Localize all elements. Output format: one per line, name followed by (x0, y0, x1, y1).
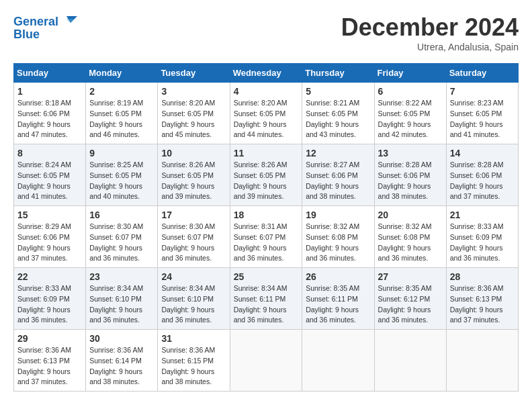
calendar-cell: 25 Sunrise: 8:34 AMSunset: 6:11 PMDaylig… (230, 268, 302, 330)
day-info: Sunrise: 8:26 AMSunset: 6:05 PMDaylight:… (234, 160, 299, 202)
logo-text: General (13, 15, 58, 29)
day-number: 9 (89, 148, 154, 158)
day-number: 8 (17, 148, 82, 158)
day-info: Sunrise: 8:28 AMSunset: 6:06 PMDaylight:… (378, 160, 443, 202)
calendar-cell: 30 Sunrise: 8:36 AMSunset: 6:14 PMDaylig… (86, 330, 158, 392)
day-info: Sunrise: 8:34 AMSunset: 6:10 PMDaylight:… (161, 283, 226, 326)
day-info: Sunrise: 8:25 AMSunset: 6:05 PMDaylight:… (89, 160, 154, 202)
weekday-header-wednesday: Wednesday (230, 64, 302, 83)
day-info: Sunrise: 8:23 AMSunset: 6:05 PMDaylight:… (450, 98, 515, 140)
page-header: General Blue December 2024 Utrera, Andal… (13, 13, 519, 52)
day-info: Sunrise: 8:31 AMSunset: 6:07 PMDaylight:… (234, 222, 299, 264)
calendar-cell: 10 Sunrise: 8:26 AMSunset: 6:05 PMDaylig… (158, 144, 230, 206)
calendar-cell: 3 Sunrise: 8:20 AMSunset: 6:05 PMDayligh… (158, 83, 230, 144)
weekday-header-sunday: Sunday (14, 64, 86, 83)
day-number: 17 (161, 210, 226, 220)
day-number: 18 (234, 210, 299, 220)
day-number: 30 (89, 333, 154, 344)
day-number: 23 (89, 271, 154, 282)
calendar-cell: 11 Sunrise: 8:26 AMSunset: 6:05 PMDaylig… (230, 144, 302, 206)
day-number: 11 (234, 148, 299, 158)
day-info: Sunrise: 8:33 AMSunset: 6:09 PMDaylight:… (17, 283, 82, 326)
day-number: 4 (234, 86, 299, 97)
calendar-cell: 4 Sunrise: 8:20 AMSunset: 6:05 PMDayligh… (230, 83, 302, 144)
calendar-cell: 1 Sunrise: 8:18 AMSunset: 6:06 PMDayligh… (14, 83, 86, 144)
day-number: 21 (450, 210, 515, 220)
day-info: Sunrise: 8:20 AMSunset: 6:05 PMDaylight:… (234, 98, 299, 140)
calendar-cell: 19 Sunrise: 8:32 AMSunset: 6:08 PMDaylig… (302, 206, 374, 268)
day-info: Sunrise: 8:20 AMSunset: 6:05 PMDaylight:… (161, 98, 226, 140)
calendar-cell (446, 330, 518, 392)
day-info: Sunrise: 8:34 AMSunset: 6:11 PMDaylight:… (234, 283, 299, 326)
weekday-header-thursday: Thursday (302, 64, 374, 83)
day-info: Sunrise: 8:33 AMSunset: 6:09 PMDaylight:… (450, 222, 515, 264)
day-number: 24 (161, 271, 226, 282)
calendar-cell: 5 Sunrise: 8:21 AMSunset: 6:05 PMDayligh… (302, 83, 374, 144)
day-info: Sunrise: 8:18 AMSunset: 6:06 PMDaylight:… (17, 98, 82, 140)
calendar-cell: 7 Sunrise: 8:23 AMSunset: 6:05 PMDayligh… (446, 83, 518, 144)
day-info: Sunrise: 8:24 AMSunset: 6:05 PMDaylight:… (17, 160, 82, 202)
day-info: Sunrise: 8:29 AMSunset: 6:06 PMDaylight:… (17, 222, 82, 264)
calendar-cell: 16 Sunrise: 8:30 AMSunset: 6:07 PMDaylig… (86, 206, 158, 268)
logo-icon (60, 13, 77, 31)
day-number: 6 (378, 86, 443, 97)
day-info: Sunrise: 8:36 AMSunset: 6:13 PMDaylight:… (450, 283, 515, 326)
calendar-cell: 12 Sunrise: 8:27 AMSunset: 6:06 PMDaylig… (302, 144, 374, 206)
day-number: 13 (378, 148, 443, 158)
day-info: Sunrise: 8:32 AMSunset: 6:08 PMDaylight:… (378, 222, 443, 264)
logo: General Blue (13, 13, 77, 42)
calendar-cell (302, 330, 374, 392)
day-info: Sunrise: 8:36 AMSunset: 6:13 PMDaylight:… (17, 345, 82, 387)
day-info: Sunrise: 8:36 AMSunset: 6:14 PMDaylight:… (89, 345, 154, 387)
calendar-cell: 2 Sunrise: 8:19 AMSunset: 6:05 PMDayligh… (86, 83, 158, 144)
calendar-cell: 15 Sunrise: 8:29 AMSunset: 6:06 PMDaylig… (14, 206, 86, 268)
weekday-header-monday: Monday (86, 64, 158, 83)
calendar-cell: 8 Sunrise: 8:24 AMSunset: 6:05 PMDayligh… (14, 144, 86, 206)
day-number: 15 (17, 210, 82, 220)
calendar-cell: 29 Sunrise: 8:36 AMSunset: 6:13 PMDaylig… (14, 330, 86, 392)
day-number: 27 (378, 271, 443, 282)
day-number: 22 (17, 271, 82, 282)
calendar-table: SundayMondayTuesdayWednesdayThursdayFrid… (13, 63, 519, 392)
day-info: Sunrise: 8:35 AMSunset: 6:12 PMDaylight:… (378, 283, 443, 326)
day-number: 25 (234, 271, 299, 282)
calendar-cell: 20 Sunrise: 8:32 AMSunset: 6:08 PMDaylig… (374, 206, 446, 268)
day-info: Sunrise: 8:35 AMSunset: 6:11 PMDaylight:… (306, 283, 370, 326)
calendar-cell (374, 330, 446, 392)
calendar-cell: 31 Sunrise: 8:36 AMSunset: 6:15 PMDaylig… (158, 330, 230, 392)
calendar-cell (230, 330, 302, 392)
weekday-header-saturday: Saturday (446, 64, 518, 83)
calendar-cell: 27 Sunrise: 8:35 AMSunset: 6:12 PMDaylig… (374, 268, 446, 330)
day-info: Sunrise: 8:22 AMSunset: 6:05 PMDaylight:… (378, 98, 443, 140)
day-number: 31 (161, 333, 226, 344)
day-info: Sunrise: 8:28 AMSunset: 6:06 PMDaylight:… (450, 160, 515, 202)
day-number: 19 (306, 210, 370, 220)
day-number: 28 (450, 271, 515, 282)
calendar-cell: 9 Sunrise: 8:25 AMSunset: 6:05 PMDayligh… (86, 144, 158, 206)
month-title: December 2024 (341, 13, 519, 42)
day-number: 1 (17, 86, 82, 97)
calendar-cell: 13 Sunrise: 8:28 AMSunset: 6:06 PMDaylig… (374, 144, 446, 206)
day-info: Sunrise: 8:30 AMSunset: 6:07 PMDaylight:… (89, 222, 154, 264)
day-number: 14 (450, 148, 515, 158)
day-number: 5 (306, 86, 370, 97)
day-number: 2 (89, 86, 154, 97)
day-number: 29 (17, 333, 82, 344)
day-info: Sunrise: 8:36 AMSunset: 6:15 PMDaylight:… (161, 345, 226, 387)
day-number: 7 (450, 86, 515, 97)
day-info: Sunrise: 8:34 AMSunset: 6:10 PMDaylight:… (89, 283, 154, 326)
calendar-cell: 26 Sunrise: 8:35 AMSunset: 6:11 PMDaylig… (302, 268, 374, 330)
svg-marker-1 (66, 19, 75, 23)
day-number: 26 (306, 271, 370, 282)
day-number: 12 (306, 148, 370, 158)
calendar-cell: 6 Sunrise: 8:22 AMSunset: 6:05 PMDayligh… (374, 83, 446, 144)
day-number: 3 (161, 86, 226, 97)
weekday-header-tuesday: Tuesday (158, 64, 230, 83)
day-info: Sunrise: 8:30 AMSunset: 6:07 PMDaylight:… (161, 222, 226, 264)
day-info: Sunrise: 8:21 AMSunset: 6:05 PMDaylight:… (306, 98, 370, 140)
calendar-cell: 23 Sunrise: 8:34 AMSunset: 6:10 PMDaylig… (86, 268, 158, 330)
day-info: Sunrise: 8:26 AMSunset: 6:05 PMDaylight:… (161, 160, 226, 202)
calendar-cell: 24 Sunrise: 8:34 AMSunset: 6:10 PMDaylig… (158, 268, 230, 330)
day-info: Sunrise: 8:27 AMSunset: 6:06 PMDaylight:… (306, 160, 370, 202)
calendar-cell: 18 Sunrise: 8:31 AMSunset: 6:07 PMDaylig… (230, 206, 302, 268)
